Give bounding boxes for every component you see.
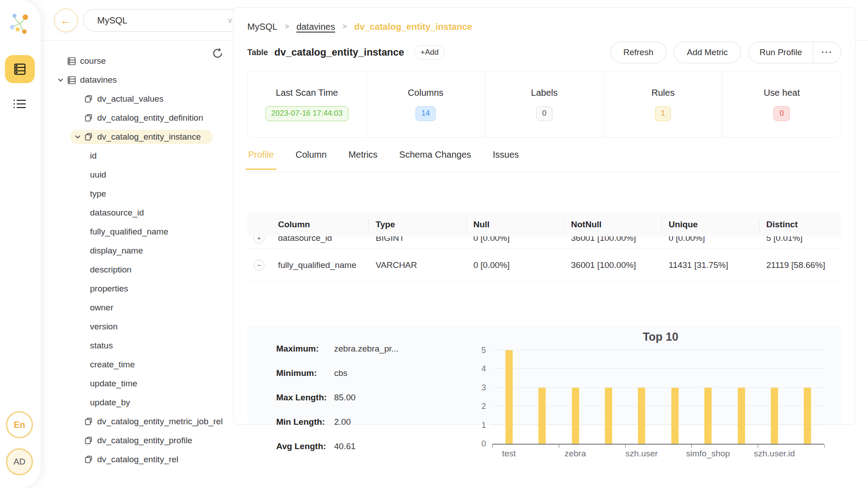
tab-profile[interactable]: Profile (247, 146, 275, 169)
detail-min-length: Min Length:2.00 (276, 417, 425, 441)
tree-item-datavines[interactable]: datavines (45, 70, 230, 89)
top10-chart: Top 10 012345 testzebraszh.usersimfo_sho… (425, 326, 829, 424)
add-metric-button[interactable]: Add Metric (674, 42, 741, 63)
tree-item-owner[interactable]: owner (45, 298, 230, 317)
column-header-distinct: Distinct (765, 220, 863, 230)
chart-bar (572, 388, 579, 444)
tab-schema-changes[interactable]: Schema Changes (398, 146, 472, 169)
cell-column: fully_qualified_name (277, 260, 375, 270)
tree-item-dv_catalog_entity_metric_job_rel[interactable]: dv_catalog_entity_metric_job_rel (45, 412, 230, 431)
language-avatar[interactable]: En (6, 411, 33, 438)
cell-unique: 11431 [31.75%] (668, 260, 765, 270)
tree-item-properties[interactable]: properties (45, 279, 230, 298)
profile-table-rows: +datasource_idBIGINT0 [0.00%]36001 [100.… (247, 236, 841, 282)
chevron-down-icon[interactable] (55, 76, 66, 84)
stat-last-scan-time: Last Scan Time2023-07-16 17:44:03 (248, 71, 366, 137)
tree-item-label: update_by (90, 398, 130, 408)
chevron-slot (72, 418, 83, 426)
chart-bar-slot (592, 351, 625, 444)
add-tag-button[interactable]: +Add (414, 45, 445, 60)
chart-bar (704, 388, 712, 444)
tree-item-label: type (90, 189, 106, 199)
cell-unique: 0 [0.00%] (668, 236, 765, 243)
stat-label: Columns (408, 88, 443, 98)
tree-item-description[interactable]: description (45, 260, 230, 279)
catalog-nav-button[interactable] (5, 55, 35, 83)
chevron-down-icon[interactable] (72, 133, 83, 141)
detail-maximum: Maximum:zebra.zebra_pr... (276, 344, 425, 368)
detail-value: 40.61 (334, 441, 356, 451)
chart-x-label: szh.user.id (754, 449, 795, 459)
breadcrumb-separator: > (342, 22, 347, 31)
tree-item-label: course (80, 56, 106, 66)
table-icon (83, 113, 94, 122)
database-icon (66, 75, 77, 85)
refresh-button[interactable]: Refresh (610, 42, 667, 63)
tree-item-fully_qualified_name[interactable]: fully_qualified_name (45, 222, 230, 241)
breadcrumb-datasource[interactable]: MySQL (247, 22, 278, 32)
tree-item-label: dv_catalog_entity_metric_job_rel (97, 417, 223, 427)
expand-row-button[interactable]: + (254, 236, 264, 244)
tree-item-dv_catalog_entity_definition[interactable]: dv_catalog_entity_definition (45, 108, 230, 127)
more-actions-button[interactable]: ··· (813, 42, 841, 63)
cell-notnull: 36001 [100.00%] (570, 236, 668, 243)
tree-item-create_time[interactable]: create_time (45, 355, 230, 374)
tree-item-label: update_time (90, 379, 137, 389)
tree-item-update_by[interactable]: update_by (45, 393, 230, 412)
chart-bar (605, 388, 612, 444)
chart-x-axis-tick (691, 445, 692, 448)
column-header-type: Type (375, 220, 472, 230)
column-header-column: Column (277, 220, 375, 230)
breadcrumb-database-link[interactable]: datavines (297, 22, 335, 32)
tree-item-dv_catalog_entity_instance[interactable]: dv_catalog_entity_instance (45, 127, 230, 146)
tree-item-status[interactable]: status (45, 336, 230, 355)
chart-y-tick-label: 3 (481, 383, 486, 392)
table-icon (83, 455, 94, 464)
run-profile-button[interactable]: Run Profile (749, 42, 813, 63)
cell-type: BIGINT (375, 236, 472, 243)
tab-issues[interactable]: Issues (492, 146, 520, 169)
tree-item-dv_catalog_entity_rel[interactable]: dv_catalog_entity_rel (45, 450, 230, 469)
chart-x-labels: testzebraszh.usersimfo_shopszh.user.id (492, 449, 824, 460)
tree-item-id[interactable]: id (45, 146, 230, 165)
tree-item-display_name[interactable]: display_name (45, 241, 230, 260)
chart-bar (505, 350, 513, 444)
chart-x-label: test (502, 449, 516, 459)
datasource-select[interactable]: MySQL ∨ (83, 9, 244, 32)
tab-column[interactable]: Column (295, 146, 328, 169)
detail-value: 85.00 (334, 393, 356, 403)
tree-item-version[interactable]: version (45, 317, 230, 336)
chart-plot-area: 012345 (492, 351, 824, 445)
table-row-fully_qualified_name: −fully_qualified_nameVARCHAR0 [0.00%]360… (247, 249, 841, 282)
tab-metrics[interactable]: Metrics (348, 146, 378, 169)
chart-bar-slot (525, 351, 558, 444)
stat-label: Last Scan Time (276, 88, 338, 98)
list-nav-button[interactable] (10, 95, 30, 113)
chevron-down-icon: ∨ (227, 16, 233, 25)
tree-item-label: dv_catalog_entity_profile (97, 436, 192, 446)
tree-item-course[interactable]: course (45, 52, 230, 70)
chart-y-tick-label: 4 (481, 364, 486, 374)
tree-item-type[interactable]: type (45, 184, 230, 203)
tree-item-datasource_id[interactable]: datasource_id (45, 203, 230, 222)
detail-tabs: ProfileColumnMetricsSchema ChangesIssues (247, 146, 841, 172)
tree-item-dv_catalog_entity_profile[interactable]: dv_catalog_entity_profile (45, 431, 230, 450)
tree-item-label: owner (90, 303, 113, 313)
chart-x-axis-tick (824, 445, 825, 448)
expand-cell: − (247, 260, 277, 271)
tree-item-label: description (90, 265, 132, 275)
back-button[interactable]: ← (54, 9, 78, 32)
column-header-null: Null (472, 220, 570, 230)
chart-bar (638, 388, 645, 444)
refresh-tree-icon[interactable] (212, 47, 224, 60)
chart-x-axis-tick (559, 445, 559, 448)
tree-item-uuid[interactable]: uuid (45, 165, 230, 184)
left-rail: En AD (0, 0, 41, 488)
tree-item-update_time[interactable]: update_time (45, 374, 230, 393)
tree-item-dv_actual_values[interactable]: dv_actual_values (45, 89, 230, 108)
chevron-slot (72, 95, 83, 103)
user-avatar[interactable]: AD (6, 448, 33, 475)
tree-item-label: properties (90, 284, 128, 294)
collapse-row-button[interactable]: − (254, 260, 264, 271)
stat-label: Rules (651, 88, 675, 98)
